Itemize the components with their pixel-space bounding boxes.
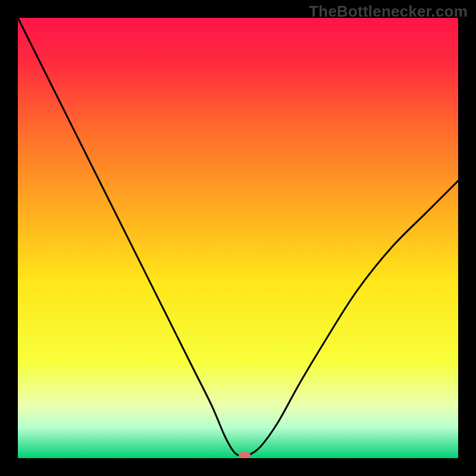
- gradient-background: [18, 18, 458, 458]
- chart-svg: [18, 18, 458, 458]
- plot-area: [18, 18, 458, 458]
- chart-frame: TheBottlenecker.com: [0, 0, 476, 476]
